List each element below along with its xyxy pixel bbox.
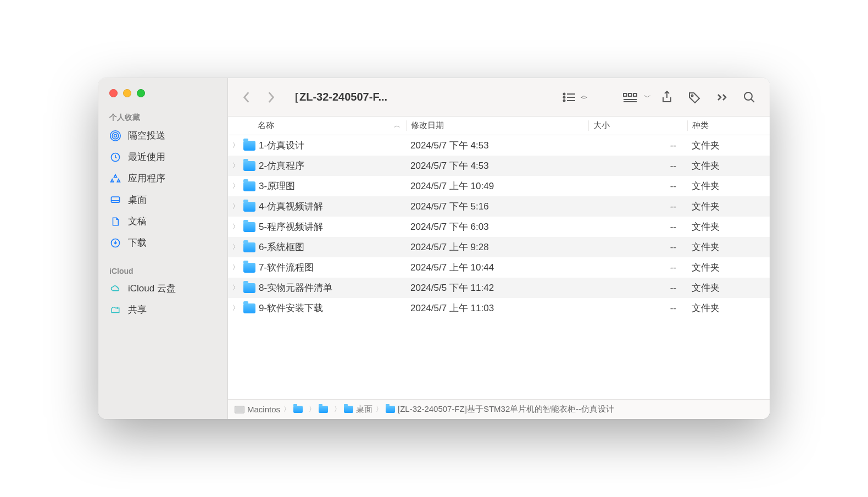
tags-button[interactable] (683, 87, 706, 107)
disk-icon (235, 406, 244, 413)
disclosure-triangle-icon[interactable]: 〉 (232, 242, 240, 252)
svg-rect-13 (624, 93, 627, 96)
file-kind: 文件夹 (687, 302, 770, 314)
share-button[interactable] (655, 87, 678, 107)
folder-icon (243, 222, 255, 232)
file-size: -- (588, 262, 687, 273)
svg-rect-15 (633, 93, 637, 96)
disclosure-triangle-icon[interactable]: 〉 (232, 161, 240, 170)
column-header-kind[interactable]: 种类 (687, 120, 770, 131)
disclosure-triangle-icon[interactable]: 〉 (232, 222, 240, 231)
file-name: 3-原理图 (259, 180, 295, 192)
sidebar-item-shared[interactable]: 共享 (98, 299, 227, 321)
column-header-date[interactable]: 修改日期 (406, 120, 588, 131)
file-date: 2024/5/7 上午 11:03 (406, 302, 588, 314)
table-row[interactable]: 〉8-实物元器件清单2024/5/5 下午 11:42--文件夹 (228, 278, 770, 298)
sidebar-item-downloads[interactable]: 下载 (98, 232, 227, 253)
file-name: 6-系统框图 (259, 241, 304, 253)
view-mode-button[interactable]: ︿﹀ (558, 87, 588, 107)
column-header-name[interactable]: 名称 ︿ (228, 120, 406, 131)
table-row[interactable]: 〉5-程序视频讲解2024/5/7 下午 6:03--文件夹 (228, 217, 770, 237)
chevron-updown-icon: ︿﹀ (581, 93, 588, 101)
list-view-icon (558, 87, 581, 107)
folder-icon (243, 242, 255, 252)
shared-folder-icon (109, 304, 121, 316)
file-date: 2024/5/7 上午 9:28 (406, 241, 588, 253)
column-header-size[interactable]: 大小 (588, 120, 687, 131)
path-segment-desktop[interactable]: 桌面 (344, 404, 372, 415)
back-button[interactable] (237, 87, 257, 107)
svg-rect-14 (628, 93, 632, 96)
folder-icon (243, 161, 255, 171)
sidebar-item-applications[interactable]: 应用程序 (98, 168, 227, 189)
download-icon (109, 237, 121, 249)
folder-icon (243, 283, 255, 293)
sidebar-item-label: 桌面 (128, 194, 147, 206)
path-separator: 〉 (375, 405, 383, 414)
sidebar-item-documents[interactable]: 文稿 (98, 211, 227, 232)
path-label: Macintos (247, 405, 280, 414)
folder-icon (386, 406, 395, 413)
file-size: -- (588, 140, 687, 151)
file-size: -- (588, 222, 687, 233)
folder-icon (243, 141, 255, 151)
disclosure-triangle-icon[interactable]: 〉 (232, 141, 240, 150)
more-button[interactable] (710, 87, 733, 107)
file-list[interactable]: 〉1-仿真设计2024/5/7 下午 4:53--文件夹〉2-仿真程序2024/… (228, 135, 770, 399)
svg-point-0 (114, 134, 117, 137)
file-name: 8-实物元器件清单 (259, 281, 332, 294)
disclosure-triangle-icon[interactable]: 〉 (232, 303, 240, 313)
sort-ascending-icon: ︿ (394, 121, 400, 130)
path-segment[interactable] (293, 406, 305, 413)
sidebar-item-airdrop[interactable]: 隔空投送 (98, 125, 227, 146)
apps-icon (109, 173, 121, 185)
file-name: 4-仿真视频讲解 (259, 200, 323, 213)
file-kind: 文件夹 (687, 220, 770, 233)
table-row[interactable]: 〉2-仿真程序2024/5/7 下午 4:53--文件夹 (228, 156, 770, 176)
disclosure-triangle-icon[interactable]: 〉 (232, 181, 240, 191)
file-kind: 文件夹 (687, 159, 770, 172)
file-name: 2-仿真程序 (259, 159, 304, 172)
sidebar-item-icloud-drive[interactable]: iCloud 云盘 (98, 278, 227, 299)
table-row[interactable]: 〉3-原理图2024/5/7 上午 10:49--文件夹 (228, 176, 770, 196)
folder-icon (243, 181, 255, 191)
table-row[interactable]: 〉1-仿真设计2024/5/7 下午 4:53--文件夹 (228, 135, 770, 156)
file-size: -- (588, 303, 687, 314)
table-row[interactable]: 〉7-软件流程图2024/5/7 上午 10:44--文件夹 (228, 257, 770, 278)
minimize-button[interactable] (123, 89, 131, 97)
column-headers: 名称 ︿ 修改日期 大小 种类 (228, 117, 770, 135)
file-size: -- (588, 242, 687, 253)
table-row[interactable]: 〉6-系统框图2024/5/7 上午 9:28--文件夹 (228, 237, 770, 257)
group-by-button[interactable]: ﹀ (619, 87, 651, 107)
sidebar-item-label: 最近使用 (128, 151, 165, 163)
path-segment-disk[interactable]: Macintos (235, 405, 280, 414)
table-row[interactable]: 〉4-仿真视频讲解2024/5/7 下午 5:16--文件夹 (228, 196, 770, 217)
svg-point-1 (112, 132, 119, 139)
close-button[interactable] (109, 89, 118, 97)
svg-point-19 (744, 92, 752, 100)
sidebar-item-recents[interactable]: 最近使用 (98, 146, 227, 168)
path-label: [ZL-32-240507-FZ]基于STM32单片机的智能衣柜--仿真设计 (398, 404, 614, 415)
disclosure-triangle-icon[interactable]: 〉 (232, 263, 240, 272)
file-name: 1-仿真设计 (259, 139, 304, 152)
disclosure-triangle-icon[interactable]: 〉 (232, 283, 240, 292)
cloud-icon (109, 283, 121, 295)
file-kind: 文件夹 (687, 261, 770, 274)
search-button[interactable] (738, 87, 761, 107)
file-size: -- (588, 201, 687, 212)
finder-window: 个人收藏 隔空投送 最近使用 应用程序 桌面 文稿 下载 iCloud (98, 78, 770, 419)
path-label: 桌面 (356, 404, 372, 415)
sidebar-section-favorites: 个人收藏 (98, 109, 227, 125)
forward-button[interactable] (261, 87, 281, 107)
table-row[interactable]: 〉9-软件安装下载2024/5/7 上午 11:03--文件夹 (228, 298, 770, 318)
path-segment-current[interactable]: [ZL-32-240507-FZ]基于STM32单片机的智能衣柜--仿真设计 (386, 404, 614, 415)
toolbar: ［ZL-32-240507-F... ︿﹀ ﹀ (228, 78, 770, 117)
path-segment[interactable] (319, 406, 331, 413)
zoom-button[interactable] (137, 89, 145, 97)
disclosure-triangle-icon[interactable]: 〉 (232, 202, 240, 211)
sidebar-item-desktop[interactable]: 桌面 (98, 189, 227, 211)
sidebar-item-label: 应用程序 (128, 172, 165, 185)
sidebar: 个人收藏 隔空投送 最近使用 应用程序 桌面 文稿 下载 iCloud (98, 78, 228, 419)
desktop-icon (109, 194, 121, 206)
chevron-down-icon: ﹀ (644, 92, 651, 102)
